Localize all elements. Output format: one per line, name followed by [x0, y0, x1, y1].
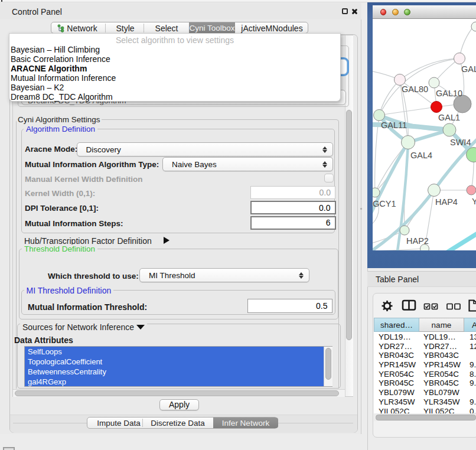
svg-text:GAL11: GAL11 — [381, 120, 407, 130]
svg-text:HAP4: HAP4 — [435, 197, 458, 207]
svg-text:GAL10: GAL10 — [436, 89, 462, 98]
svg-text:GAL4: GAL4 — [410, 151, 432, 160]
svg-text:GAL1: GAL1 — [438, 113, 460, 122]
svg-text:HAP2: HAP2 — [406, 236, 429, 246]
svg-text:GAL80: GAL80 — [402, 84, 428, 94]
svg-text:GCY1: GCY1 — [373, 199, 396, 208]
svg-text:SWI4: SWI4 — [450, 138, 471, 147]
svg-text:Y: Y — [472, 197, 476, 206]
svg-text:GAL7: GAL7 — [461, 64, 476, 74]
